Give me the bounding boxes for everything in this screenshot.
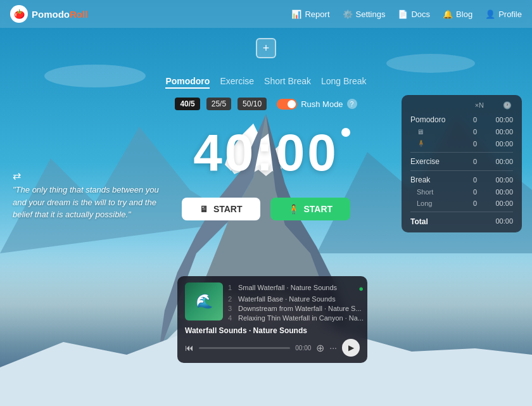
- music-progress-bar[interactable]: [199, 347, 290, 349]
- stats-short-count: 0: [466, 188, 484, 196]
- music-header: 1 Small Waterfall · Nature Sounds ● 2 Wa…: [185, 282, 360, 322]
- stats-row-short: Short 0 00:00: [410, 186, 513, 198]
- pl-num-4: 4: [228, 314, 236, 322]
- nav-profile-label: Profile: [498, 10, 522, 19]
- nav-blog[interactable]: 🔔 Blog: [443, 10, 472, 19]
- pl-title-4: Relaxing Thin Waterfall in Canyon · Na..…: [238, 314, 364, 322]
- music-add-button[interactable]: ⊕: [316, 342, 324, 354]
- rush-mode-label: Rush Mode: [301, 99, 343, 109]
- stats-divider-1: [410, 152, 513, 153]
- nav-docs[interactable]: 📄 Docs: [398, 10, 430, 19]
- profile-icon: 👤: [485, 10, 495, 19]
- pomodoro-btn-icon: 🖥: [200, 204, 208, 214]
- exercise-btn-icon: 🧍: [288, 204, 299, 214]
- stats-long-time: 00:00: [484, 200, 513, 207]
- stats-exercise-count: 0: [466, 158, 484, 165]
- blog-icon: 🔔: [443, 10, 453, 19]
- nav-report[interactable]: 📊 Report: [291, 10, 329, 19]
- stats-short-label: Short: [410, 188, 466, 196]
- playlist-item-1[interactable]: 1 Small Waterfall · Nature Sounds ●: [228, 282, 364, 294]
- stats-desk-time: 00:00: [484, 128, 513, 136]
- logo[interactable]: 🍅 PomodoRoll: [10, 5, 87, 23]
- preset-25-5[interactable]: 25/5: [206, 98, 231, 110]
- motivational-quote: "The only thing that stands between you …: [13, 184, 171, 221]
- music-prev-button[interactable]: ⏮: [185, 343, 194, 353]
- preset-40-5[interactable]: 40/5: [175, 98, 200, 110]
- stats-exercise-time: 00:00: [484, 158, 513, 165]
- music-time: 00:00: [295, 345, 311, 352]
- music-player: 1 Small Waterfall · Nature Sounds ● 2 Wa…: [177, 276, 367, 363]
- tab-exercise[interactable]: Exercise: [220, 76, 254, 89]
- stats-time-header: 🕐: [503, 101, 512, 110]
- start-exercise-label: START: [304, 204, 333, 214]
- nav-settings[interactable]: ⚙️ Settings: [343, 10, 386, 19]
- rush-mode-help[interactable]: ?: [347, 99, 357, 109]
- svg-point-2: [386, 54, 475, 73]
- report-icon: 📊: [291, 10, 301, 19]
- stats-panel: ×N 🕐 Pomodoro 0 00:00 🖥 0 00:00 🧍 0 00:0…: [402, 95, 522, 232]
- rush-mode-toggle: Rush Mode ?: [277, 99, 357, 110]
- start-pomodoro-label: START: [213, 204, 243, 214]
- tab-long-break[interactable]: Long Break: [321, 76, 367, 89]
- playlist-item-2[interactable]: 2 Waterfall Base · Nature Sounds: [228, 294, 364, 303]
- stats-row-stand: 🧍 0 00:00: [410, 137, 513, 149]
- playlist-item-3[interactable]: 3 Downstream from Waterfall · Nature S..…: [228, 303, 364, 313]
- presets-row: 40/5 25/5 50/10 Rush Mode ?: [175, 98, 357, 110]
- logo-text: PomodoRoll: [32, 9, 87, 20]
- quote-text: "The only thing that stands between you …: [13, 185, 159, 219]
- rush-mode-switch[interactable]: [277, 99, 297, 110]
- stats-total-row: Total 00:00: [410, 215, 513, 226]
- music-current-title: Waterfall Sounds · Nature Sounds: [185, 326, 360, 335]
- stats-desk-count: 0: [466, 128, 484, 136]
- add-task-button[interactable]: +: [256, 38, 276, 58]
- navbar: 🍅 PomodoRoll 📊 Report ⚙️ Settings 📄 Docs…: [0, 0, 532, 28]
- start-exercise-button[interactable]: 🧍 START: [270, 198, 351, 220]
- timer-display: 40:00: [193, 123, 339, 182]
- stats-pomodoro-count: 0: [466, 116, 484, 124]
- pl-num-2: 2: [228, 295, 236, 303]
- docs-icon: 📄: [398, 10, 408, 19]
- music-play-button[interactable]: ▶: [342, 339, 360, 357]
- tab-pomodoro[interactable]: Pomodoro: [165, 76, 210, 89]
- nav-report-label: Report: [305, 10, 329, 19]
- tab-short-break[interactable]: Short Break: [264, 76, 311, 89]
- playlist-item-4[interactable]: 4 Relaxing Thin Waterfall in Canyon · Na…: [228, 313, 364, 322]
- music-controls: ⏮ 00:00 ⊕ ··· ▶: [185, 339, 360, 357]
- stats-row-break: Break 0 00:00: [410, 174, 513, 186]
- timer-dot: [341, 128, 350, 137]
- nav-blog-label: Blog: [456, 10, 472, 19]
- stats-stand-label: 🧍: [410, 139, 466, 148]
- stats-exercise-label: Exercise: [410, 157, 466, 166]
- settings-icon: ⚙️: [343, 10, 353, 19]
- pl-title-2: Waterfall Base · Nature Sounds: [238, 295, 364, 303]
- preset-50-10[interactable]: 50/10: [238, 98, 267, 110]
- shuffle-icon[interactable]: ⇄: [13, 170, 21, 182]
- stats-row-exercise: Exercise 0 00:00: [410, 155, 513, 168]
- stats-desk-label: 🖥: [410, 128, 466, 136]
- stats-break-time: 00:00: [484, 176, 513, 184]
- stats-break-label: Break: [410, 175, 466, 184]
- start-pomodoro-button[interactable]: 🖥 START: [182, 198, 260, 220]
- stats-long-count: 0: [466, 200, 484, 207]
- music-thumbnail: [185, 282, 223, 320]
- stats-count-header: ×N: [475, 101, 484, 110]
- stats-stand-time: 00:00: [484, 140, 513, 148]
- stats-short-time: 00:00: [484, 188, 513, 196]
- spotify-icon: ●: [358, 284, 364, 293]
- add-task-wrap: +: [256, 38, 276, 58]
- main-content: Pomodoro Exercise Short Break Long Break…: [152, 76, 380, 233]
- nav-profile[interactable]: 👤 Profile: [485, 10, 522, 19]
- logo-highlight: Roll: [70, 9, 87, 20]
- stats-row-long: Long 0 00:00: [410, 198, 513, 209]
- stats-break-count: 0: [466, 176, 484, 184]
- timer-text: 40:00: [193, 124, 339, 181]
- timer-tabs: Pomodoro Exercise Short Break Long Break: [165, 76, 366, 89]
- stats-long-label: Long: [410, 200, 466, 207]
- stats-total-label: Total: [410, 217, 428, 226]
- music-more-button[interactable]: ···: [329, 343, 337, 353]
- stats-divider-2: [410, 170, 513, 171]
- stats-header: ×N 🕐: [410, 101, 513, 110]
- stats-stand-count: 0: [466, 140, 484, 148]
- stats-divider-3: [410, 212, 513, 212]
- stats-row-desk: 🖥 0 00:00: [410, 126, 513, 137]
